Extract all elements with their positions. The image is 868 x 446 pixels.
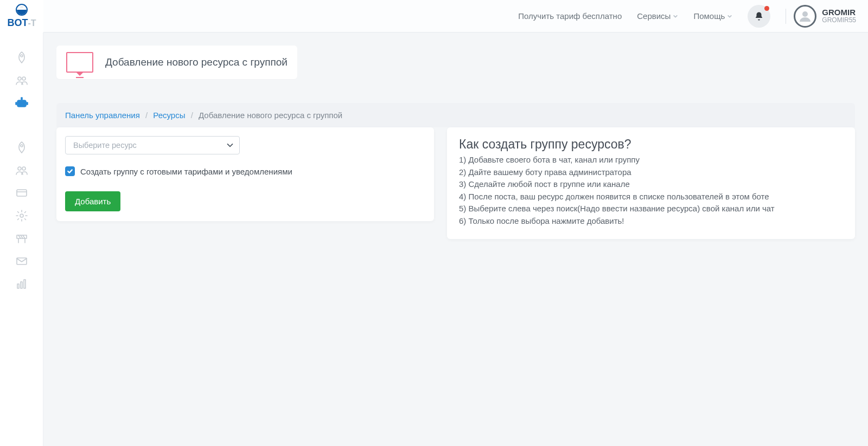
chevron-down-icon [226,141,234,148]
add-button[interactable]: Добавить [65,191,120,211]
svg-point-3 [802,11,808,17]
users-icon [15,74,28,87]
sidebar-mail[interactable] [0,253,43,270]
stats-icon [15,277,28,290]
svg-point-5 [18,77,21,80]
rocket-icon [15,141,28,154]
nav-services-label: Сервисы [637,11,671,21]
svg-point-16 [18,167,21,170]
user-texts: GROMIR GROMIR55 [822,8,856,24]
chevron-down-icon [727,14,732,19]
help-step: 2) Дайте вашему боту права администратор… [459,166,843,179]
topbar: BOT-T Получить тариф бесплатно Сервисы П… [0,0,868,33]
sidebar-barrier[interactable] [0,230,43,247]
breadcrumb-dashboard[interactable]: Панель управления [65,111,140,120]
svg-rect-18 [17,190,27,196]
breadcrumb-resources[interactable]: Ресурсы [153,111,185,120]
user-menu[interactable]: GROMIR GROMIR55 [794,5,868,28]
sidebar-gear[interactable] [0,207,43,224]
svg-point-1 [20,6,23,8]
check-icon [67,168,73,174]
nav-services[interactable]: Сервисы [629,11,686,21]
avatar [794,5,816,28]
sidebar-users[interactable] [0,72,43,89]
help-title: Как создать группу ресурсов? [459,137,843,152]
svg-rect-13 [16,102,17,105]
monitor-icon [66,52,93,73]
create-group-checkbox-label: Создать группу с готовыми тарифами и уве… [80,167,292,176]
rocket-icon [15,51,28,64]
svg-rect-21 [17,258,27,264]
svg-rect-22 [17,284,19,288]
breadcrumb-sep: / [145,111,148,120]
svg-text:BOT-T: BOT-T [7,17,36,28]
logo[interactable]: BOT-T [0,0,43,33]
barrier-icon [15,232,28,245]
divider [786,9,786,24]
create-group-checkbox[interactable] [65,166,75,176]
page-header-card: Добавление нового ресурса с группой [56,46,297,79]
page-title: Добавление нового ресурса с группой [105,56,288,68]
help-step: 5) Выберите слева через поиск(Надо ввест… [459,203,843,215]
svg-point-19 [20,214,23,217]
svg-point-11 [23,103,24,104]
svg-point-17 [22,167,25,170]
breadcrumb-sep: / [191,111,193,120]
breadcrumb-current: Добавление нового ресурса с группой [199,111,342,120]
sidebar-stats[interactable] [0,275,43,293]
sidebar-users-2[interactable] [0,161,43,179]
chevron-down-icon [673,14,678,19]
mail-icon [15,255,28,268]
svg-rect-12 [21,98,22,100]
sidebar-robot[interactable] [0,94,43,112]
svg-rect-24 [24,280,25,288]
sidebar-rocket[interactable] [0,49,43,66]
sidebar-card[interactable] [0,184,43,202]
robot-icon [15,96,28,109]
help-card: Как создать группу ресурсов? 1) Добавьте… [447,127,855,239]
svg-point-15 [21,145,23,147]
svg-point-6 [22,77,25,80]
svg-point-10 [20,103,21,104]
breadcrumb: Панель управления / Ресурсы / Добавление… [56,103,855,127]
svg-point-4 [21,55,23,57]
help-step: 4) После поста, ваш ресурс должен появит… [459,191,843,203]
checkbox-row: Создать группу с готовыми тарифами и уве… [65,166,425,176]
help-step: 3) Сделайте любой пост в группе или кана… [459,178,843,191]
card-icon [15,186,28,199]
help-step: 1) Добавьте своего бота в чат, канал или… [459,154,843,166]
svg-rect-23 [21,282,22,288]
svg-rect-14 [27,102,28,105]
nav-help-label: Помощь [693,11,725,21]
nav-help[interactable]: Помощь [686,11,740,21]
help-step: 6) Только после выбора нажмите добавить! [459,215,843,228]
nav-free-tariff[interactable]: Получить тариф бесплатно [510,11,629,21]
main-content: Добавление нового ресурса с группой Пане… [43,33,868,446]
notifications-button[interactable] [748,5,770,28]
resource-select[interactable]: Выберите ресурс [65,136,240,154]
nav-free-tariff-label: Получить тариф бесплатно [518,11,622,21]
resource-select-placeholder: Выберите ресурс [73,141,137,150]
bell-icon [754,11,764,21]
user-name: GROMIR [822,8,856,17]
notification-dot [764,6,769,11]
sidebar-rocket-2[interactable] [0,139,43,156]
users-icon [15,164,28,177]
user-handle: GROMIR55 [822,17,856,24]
form-card: Выберите ресурс Создать группу с готовым… [56,127,434,221]
avatar-icon [799,10,812,23]
sidebar [0,33,43,446]
gear-icon [15,209,28,222]
logo-icon: BOT-T [7,3,37,29]
